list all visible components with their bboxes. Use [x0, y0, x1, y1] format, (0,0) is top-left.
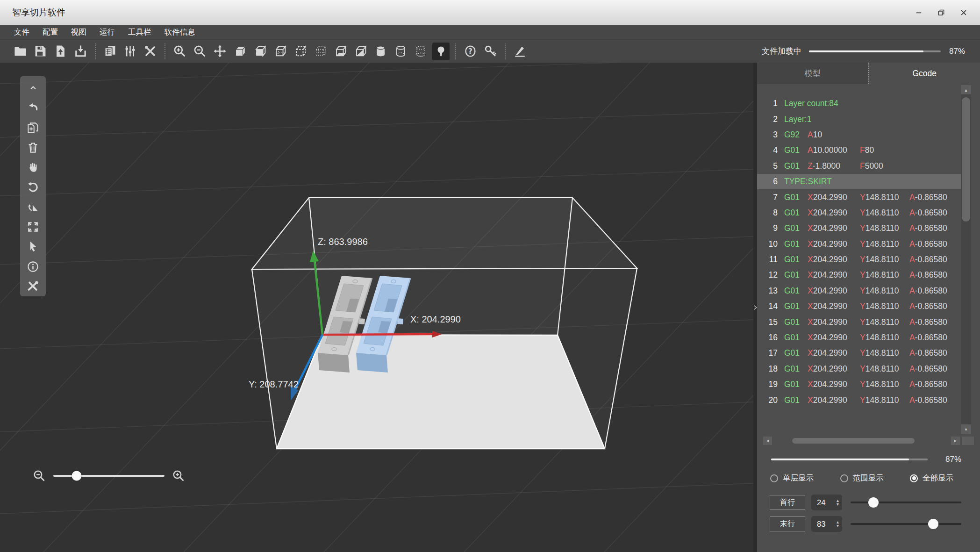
- radio-范围显示[interactable]: 范围显示: [840, 473, 910, 483]
- key-icon[interactable]: [482, 43, 499, 60]
- zoom-in-icon[interactable]: [172, 469, 185, 482]
- view-cube-wire-icon[interactable]: [272, 43, 289, 60]
- gcode-vscrollbar[interactable]: ▴ ▾: [961, 85, 971, 434]
- add-model-icon[interactable]: [23, 118, 43, 137]
- view-cube-solid-icon[interactable]: [231, 43, 249, 60]
- delete-icon[interactable]: [23, 137, 43, 157]
- menu-item-工具栏[interactable]: 工具栏: [122, 25, 158, 39]
- scroll-left-icon[interactable]: ◂: [763, 437, 772, 445]
- spinner-arrows-icon[interactable]: ▴▾: [837, 499, 839, 506]
- gcode-line-20[interactable]: 20G01X204.2990Y148.8110A-0.86580: [757, 392, 961, 408]
- first-line-spinner[interactable]: 24 ▴▾: [811, 495, 842, 510]
- gcode-line-6[interactable]: 6TYPE:SKIRT: [757, 174, 961, 189]
- menu-item-文件[interactable]: 文件: [7, 25, 36, 39]
- move-icon[interactable]: [211, 43, 229, 60]
- rotate-icon[interactable]: [23, 177, 43, 197]
- gcode-line-8[interactable]: 8G01X204.2990Y148.8110A-0.86580: [757, 205, 961, 221]
- copy-model-icon[interactable]: [101, 43, 119, 60]
- gcode-line-18[interactable]: 18G01X204.2990Y148.8110A-0.86580: [757, 361, 961, 377]
- zoom-out-icon[interactable]: [33, 469, 46, 482]
- pen-icon[interactable]: [511, 43, 529, 60]
- gcode-list[interactable]: 1Layer count:842Layer:13G92A104G01A10.00…: [757, 84, 961, 435]
- gcode-line-13[interactable]: 13G01X204.2990Y148.8110A-0.86580: [757, 283, 961, 299]
- tab-model[interactable]: 模型: [757, 63, 868, 84]
- last-line-value[interactable]: 83: [817, 520, 837, 529]
- last-line-button[interactable]: 末行: [770, 516, 805, 531]
- mirror-scale-icon[interactable]: [23, 197, 43, 217]
- radio-circle-icon[interactable]: [770, 474, 778, 482]
- menu-item-运行[interactable]: 运行: [93, 25, 122, 39]
- scroll-up-icon[interactable]: ▴: [961, 85, 971, 94]
- radio-单层显示[interactable]: 单层显示: [770, 473, 840, 483]
- first-line-button[interactable]: 首行: [770, 495, 805, 510]
- tools-icon[interactable]: [142, 43, 159, 60]
- toolbar-separator: [165, 43, 165, 59]
- gcode-line-1[interactable]: 1Layer count:84: [757, 96, 961, 111]
- gcode-line-19[interactable]: 19G01X204.2990Y148.8110A-0.86580: [757, 377, 961, 392]
- last-line-slider-thumb[interactable]: [928, 519, 938, 529]
- light-bulb-icon[interactable]: [432, 43, 450, 60]
- gcode-line-3[interactable]: 3G92A10: [757, 127, 961, 143]
- close-icon[interactable]: [956, 5, 972, 21]
- fit-view-icon[interactable]: [23, 217, 43, 237]
- first-line-slider-thumb[interactable]: [868, 497, 879, 508]
- gcode-line-12[interactable]: 12G01X204.2990Y148.8110A-0.86580: [757, 267, 961, 283]
- zoom-slider[interactable]: [53, 475, 165, 477]
- gcode-line-9[interactable]: 9G01X204.2990Y148.8110A-0.86580: [757, 221, 961, 236]
- vscroll-thumb[interactable]: [962, 97, 970, 222]
- save-icon[interactable]: [32, 43, 49, 60]
- select-cursor-icon[interactable]: [23, 237, 43, 257]
- gcode-line-5[interactable]: 5G01Z-1.8000F5000: [757, 158, 961, 174]
- restore-icon[interactable]: [933, 5, 949, 21]
- view-cube-dashed-2-icon[interactable]: [312, 43, 329, 60]
- hscroll-track[interactable]: [774, 437, 949, 444]
- import-file-icon[interactable]: [52, 43, 69, 60]
- open-folder-icon[interactable]: [12, 43, 29, 60]
- scroll-down-icon[interactable]: ▾: [961, 424, 971, 434]
- info-icon[interactable]: [23, 257, 43, 276]
- collapse-up-icon[interactable]: [23, 78, 43, 98]
- scroll-right-icon[interactable]: ▸: [951, 437, 960, 445]
- radio-全部显示[interactable]: 全部显示: [910, 473, 980, 483]
- gcode-line-16[interactable]: 16G01X204.2990Y148.8110A-0.86580: [757, 330, 961, 345]
- first-line-slider[interactable]: [851, 498, 961, 507]
- view-cube-dashed-icon[interactable]: [292, 43, 309, 60]
- export-file-icon[interactable]: [72, 43, 89, 60]
- tab-gcode[interactable]: Gcode: [868, 63, 980, 84]
- view-cube-floor-icon[interactable]: [332, 43, 349, 60]
- hscroll-thumb[interactable]: [792, 438, 915, 444]
- spinner-arrows-icon[interactable]: ▴▾: [837, 520, 839, 528]
- gcode-line-7[interactable]: 7G01X204.2990Y148.8110A-0.86580: [757, 189, 961, 205]
- menu-item-视图[interactable]: 视图: [64, 25, 93, 39]
- minimize-icon[interactable]: [911, 5, 927, 21]
- gcode-line-4[interactable]: 4G01A10.00000F80: [757, 143, 961, 158]
- zoom-slider-thumb[interactable]: [72, 471, 81, 481]
- zoom-in-icon[interactable]: [171, 43, 188, 60]
- gcode-line-11[interactable]: 11G01X204.2990Y148.8110A-0.86580: [757, 252, 961, 267]
- view-cylinder-wire-icon[interactable]: [392, 43, 409, 60]
- gcode-line-15[interactable]: 15G01X204.2990Y148.8110A-0.86580: [757, 314, 961, 330]
- view-cylinder-icon[interactable]: [372, 43, 389, 60]
- pan-hand-icon[interactable]: [23, 158, 43, 177]
- radio-circle-icon[interactable]: [910, 474, 918, 482]
- gcode-line-2[interactable]: 2Layer:1: [757, 111, 961, 127]
- help-icon[interactable]: [462, 43, 479, 60]
- gcode-hscrollbar[interactable]: ◂ ▸: [757, 436, 980, 445]
- radio-circle-icon[interactable]: [840, 474, 848, 482]
- viewport-3d[interactable]: Z: 863.9986 X: 204.2990 Y: 208.7742: [0, 63, 753, 552]
- gcode-line-14[interactable]: 14G01X204.2990Y148.8110A-0.86580: [757, 299, 961, 314]
- gcode-line-10[interactable]: 10G01X204.2990Y148.8110A-0.86580: [757, 237, 961, 252]
- view-cylinder-dots-icon[interactable]: [412, 43, 429, 60]
- last-line-spinner[interactable]: 83 ▴▾: [811, 516, 842, 532]
- zoom-out-icon[interactable]: [191, 43, 208, 60]
- view-cube-front-icon[interactable]: [251, 43, 269, 60]
- menu-item-配置[interactable]: 配置: [36, 25, 64, 39]
- menu-item-软件信息[interactable]: 软件信息: [158, 25, 202, 39]
- last-line-slider[interactable]: [851, 519, 961, 529]
- gcode-line-17[interactable]: 17G01X204.2990Y148.8110A-0.86580: [757, 345, 961, 361]
- repair-tools-icon[interactable]: [23, 277, 43, 296]
- undo-icon[interactable]: [23, 98, 43, 117]
- first-line-value[interactable]: 24: [817, 498, 837, 507]
- view-cube-half-icon[interactable]: [352, 43, 369, 60]
- param-sliders-icon[interactable]: [122, 43, 139, 60]
